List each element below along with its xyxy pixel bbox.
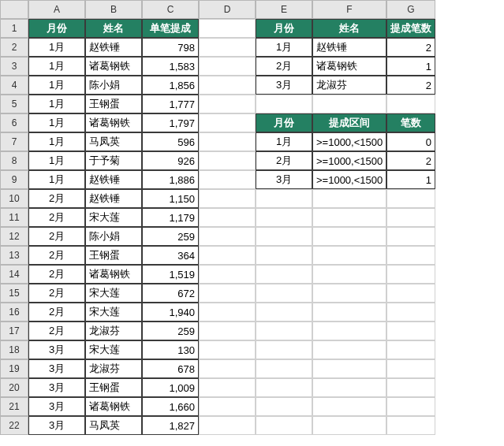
t1-month[interactable]: 1月 <box>28 132 85 151</box>
row-header[interactable]: 18 <box>0 340 28 359</box>
t3-range[interactable]: >=1000,<1500 <box>312 151 386 170</box>
t1-amount[interactable]: 1,519 <box>142 265 199 284</box>
spreadsheet-grid[interactable]: ABCDEFG1月份姓名单笔提成月份姓名提成笔数21月赵铁锤7981月赵铁锤23… <box>0 0 504 435</box>
t1-amount[interactable]: 926 <box>142 151 199 170</box>
empty-cell[interactable] <box>199 95 256 113</box>
empty-cell[interactable] <box>386 95 435 113</box>
t1-name[interactable]: 马凤英 <box>85 416 142 435</box>
t1-month[interactable]: 1月 <box>28 38 85 57</box>
t3-hdr-range[interactable]: 提成区间 <box>312 113 386 132</box>
row-header[interactable]: 2 <box>0 38 28 57</box>
t2-count[interactable]: 1 <box>386 57 435 76</box>
t3-month[interactable]: 3月 <box>256 170 312 189</box>
t2-month[interactable]: 1月 <box>256 38 312 57</box>
t1-amount[interactable]: 672 <box>142 284 199 303</box>
t2-name[interactable]: 诸葛钢铁 <box>312 57 386 76</box>
row-header[interactable]: 14 <box>0 265 28 284</box>
empty-cell[interactable] <box>386 265 435 284</box>
t1-amount[interactable]: 1,940 <box>142 303 199 321</box>
empty-cell[interactable] <box>256 227 312 246</box>
row-header[interactable]: 5 <box>0 95 28 113</box>
empty-cell[interactable] <box>199 189 256 208</box>
col-header[interactable]: D <box>199 0 256 19</box>
t1-name[interactable]: 王钢蛋 <box>85 246 142 265</box>
t1-month[interactable]: 3月 <box>28 359 85 378</box>
empty-cell[interactable] <box>199 170 256 189</box>
empty-cell[interactable] <box>199 57 256 76</box>
t2-month[interactable]: 2月 <box>256 57 312 76</box>
t2-hdr-count[interactable]: 提成笔数 <box>386 19 435 38</box>
t1-name[interactable]: 诸葛钢铁 <box>85 397 142 416</box>
t1-month[interactable]: 2月 <box>28 284 85 303</box>
t3-range[interactable]: >=1000,<1500 <box>312 170 386 189</box>
t1-name[interactable]: 龙淑芬 <box>85 359 142 378</box>
empty-cell[interactable] <box>199 76 256 95</box>
empty-cell[interactable] <box>386 416 435 435</box>
empty-cell[interactable] <box>256 284 312 303</box>
empty-cell[interactable] <box>256 246 312 265</box>
empty-cell[interactable] <box>256 378 312 397</box>
empty-cell[interactable] <box>312 416 386 435</box>
t3-count[interactable]: 0 <box>386 132 435 151</box>
t3-month[interactable]: 1月 <box>256 132 312 151</box>
t1-name[interactable]: 诸葛钢铁 <box>85 113 142 132</box>
t1-amount[interactable]: 1,827 <box>142 416 199 435</box>
row-header[interactable]: 21 <box>0 397 28 416</box>
t3-range[interactable]: >=1000,<1500 <box>312 132 386 151</box>
row-header[interactable]: 22 <box>0 416 28 435</box>
empty-cell[interactable] <box>199 397 256 416</box>
t1-amount[interactable]: 259 <box>142 321 199 340</box>
empty-cell[interactable] <box>199 416 256 435</box>
t1-month[interactable]: 2月 <box>28 246 85 265</box>
empty-cell[interactable] <box>386 303 435 321</box>
t1-month[interactable]: 3月 <box>28 397 85 416</box>
empty-cell[interactable] <box>312 340 386 359</box>
t1-month[interactable]: 2月 <box>28 208 85 227</box>
empty-cell[interactable] <box>386 284 435 303</box>
empty-cell[interactable] <box>199 151 256 170</box>
t2-hdr-month[interactable]: 月份 <box>256 19 312 38</box>
empty-cell[interactable] <box>256 265 312 284</box>
t1-amount[interactable]: 259 <box>142 227 199 246</box>
empty-cell[interactable] <box>199 227 256 246</box>
col-header[interactable]: F <box>312 0 386 19</box>
t1-name[interactable]: 王钢蛋 <box>85 378 142 397</box>
t2-name[interactable]: 龙淑芬 <box>312 76 386 95</box>
t1-name[interactable]: 王钢蛋 <box>85 95 142 113</box>
empty-cell[interactable] <box>199 132 256 151</box>
empty-cell[interactable] <box>312 284 386 303</box>
t1-month[interactable]: 3月 <box>28 416 85 435</box>
empty-cell[interactable] <box>312 246 386 265</box>
row-header[interactable]: 19 <box>0 359 28 378</box>
row-header[interactable]: 13 <box>0 246 28 265</box>
t3-hdr-month[interactable]: 月份 <box>256 113 312 132</box>
t2-month[interactable]: 3月 <box>256 76 312 95</box>
t1-amount[interactable]: 130 <box>142 340 199 359</box>
empty-cell[interactable] <box>256 189 312 208</box>
row-header[interactable]: 12 <box>0 227 28 246</box>
row-header[interactable]: 17 <box>0 321 28 340</box>
empty-cell[interactable] <box>199 378 256 397</box>
empty-cell[interactable] <box>199 265 256 284</box>
t1-amount[interactable]: 1,583 <box>142 57 199 76</box>
empty-cell[interactable] <box>199 19 256 38</box>
row-header[interactable]: 9 <box>0 170 28 189</box>
t3-count[interactable]: 2 <box>386 151 435 170</box>
empty-cell[interactable] <box>199 340 256 359</box>
t3-hdr-count[interactable]: 笔数 <box>386 113 435 132</box>
t1-month[interactable]: 2月 <box>28 303 85 321</box>
t1-name[interactable]: 诸葛钢铁 <box>85 57 142 76</box>
t1-name[interactable]: 诸葛钢铁 <box>85 265 142 284</box>
t1-month[interactable]: 2月 <box>28 189 85 208</box>
t1-amount[interactable]: 1,179 <box>142 208 199 227</box>
t1-name[interactable]: 宋大莲 <box>85 208 142 227</box>
empty-cell[interactable] <box>256 359 312 378</box>
t1-name[interactable]: 宋大莲 <box>85 284 142 303</box>
t1-month[interactable]: 2月 <box>28 227 85 246</box>
t1-name[interactable]: 龙淑芬 <box>85 321 142 340</box>
empty-cell[interactable] <box>386 397 435 416</box>
t1-amount[interactable]: 1,660 <box>142 397 199 416</box>
t1-name[interactable]: 赵铁锤 <box>85 170 142 189</box>
t1-month[interactable]: 1月 <box>28 151 85 170</box>
empty-cell[interactable] <box>199 208 256 227</box>
